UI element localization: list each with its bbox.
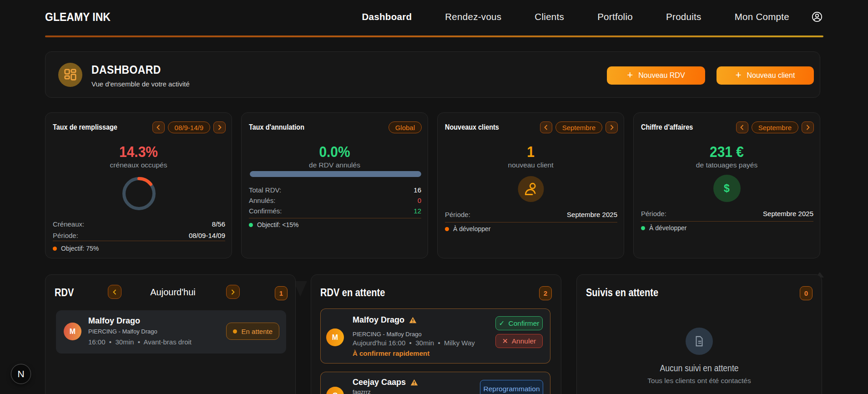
status-badge: En attente [226,323,279,340]
empty-state-subtitle: Tous les clients ont été contactés [577,377,822,385]
rdv-subtitle: PIERCING - Malfoy Drago [353,331,422,338]
fill-rate-card: Taux de remplissage 08/9-14/9 14.3% crén… [45,112,232,258]
rdv-subtitle: fagzrrz [353,389,371,394]
chevron-left-icon [156,125,161,130]
objective-dot [249,223,253,227]
rdv-list-item[interactable]: M Malfoy Drago PIERCING - Malfoy Drago 1… [56,310,286,354]
nav-underline-accent [45,35,823,37]
pending-rdv-card: RDV en attente 2 M Malfoy Drago PIERCING… [311,274,561,394]
chevron-right-icon [231,289,235,295]
rdv-card: RDV Aujourd'hui 1 M Malfoy Drago PIERCIN… [45,274,296,394]
new-clients-value: 1 [449,143,613,160]
chevron-right-icon [806,125,810,130]
nav-item-produits[interactable]: Produits [666,11,701,22]
chevron-left-icon [112,289,117,295]
pending-list-item[interactable]: C Ceejay Caaps fagzrrz Reprogrammation [320,372,550,394]
top-navigation: GLEAMY INK Dashboard Rendez-vous Clients… [0,0,868,38]
revenue-value: 231 € [645,143,809,160]
plus-icon: + [736,70,742,80]
fill-rate-donut [121,176,157,212]
nav-item-clients[interactable]: Clients [535,11,564,22]
nav-links: Dashboard Rendez-vous Clients Portfolio … [362,0,789,34]
page-subtitle: Vue d'ensemble de votre activité [91,80,190,88]
stat-row: Période:Septembre 2025 [445,208,617,221]
next-month-button[interactable] [802,121,814,133]
card-title: Chiffre d'affaires [641,123,693,132]
rdv-meta: Aujourd'hui 16:00 • 30min • Milky Way [353,339,475,347]
warning-icon [409,317,417,323]
prev-period-button[interactable] [152,121,165,133]
dollar-icon: $ [713,175,741,202]
stat-row: Total RDV:16 [249,185,421,195]
new-clients-card: Nouveaux clients Septembre 1 nouveau cli… [437,112,624,258]
chevron-right-icon [217,125,222,130]
fill-rate-subtitle: créneaux occupés [45,161,232,169]
rdv-subtitle: PIERCING - Malfoy Drago [88,328,157,335]
card-title: Taux de remplissage [53,123,117,132]
objective-row: À développer [445,225,491,232]
cancel-button[interactable]: ✕ Annuler [495,334,543,348]
avatar: C [326,387,344,394]
account-icon[interactable] [811,11,823,23]
followups-count-badge: 0 [800,286,812,300]
nextjs-floating-button[interactable]: N [11,364,31,384]
revenue-subtitle: de tatouages payés [634,161,820,169]
new-client-button[interactable]: + Nouveau client [717,66,814,85]
objective-dot [445,227,449,231]
nav-item-rendez-vous[interactable]: Rendez-vous [445,11,501,22]
next-period-button[interactable] [213,121,226,133]
chevron-left-icon [740,125,744,130]
dashboard-header-card: DASHBOARD Vue d'ensemble de votre activi… [45,51,820,98]
stat-row: Période:Septembre 2025 [641,207,813,220]
stat-row: Confirmés:12 [249,206,421,216]
objective-dot [641,226,645,230]
period-pill[interactable]: 08/9-14/9 [168,121,210,133]
objective-row: Objectif: <15% [249,221,298,228]
check-icon: ✓ [499,319,505,328]
pending-list-item[interactable]: M Malfoy Drago PIERCING - Malfoy Drago A… [320,308,550,364]
client-name: Malfoy Drago [353,315,417,325]
client-name: Ceejay Caaps [353,378,418,387]
next-day-button[interactable] [226,285,240,299]
card-title: Taux d'annulation [249,123,304,132]
cancellation-progress [250,171,421,177]
fill-rate-value: 14.3% [57,143,221,160]
x-icon: ✕ [502,337,508,345]
month-pill[interactable]: Septembre [752,121,798,133]
pending-card-title: RDV en attente [320,287,385,299]
followups-card: Suivis en attente 0 Aucun suivi en atten… [576,274,822,394]
rdv-meta: 16:00 • 30min • Avant-bras droit [88,338,192,346]
brand-logo[interactable]: GLEAMY INK [45,10,111,24]
status-dot [233,329,237,333]
urgency-note: À confirmer rapidement [353,349,429,357]
prev-month-button[interactable] [736,121,748,133]
rdv-card-title: RDV [55,287,74,299]
objective-row: Objectif: 75% [53,245,99,252]
objective-row: À développer [641,224,687,232]
confirm-button[interactable]: ✓ Confirmer [495,316,543,330]
followups-card-title: Suivis en attente [586,287,658,299]
nav-item-portfolio[interactable]: Portfolio [597,11,633,22]
cancellation-rate-card: Taux d'annulation Global 0.0% de RDV ann… [241,112,428,258]
stat-row: Période:08/09-14/09 [53,230,225,241]
plus-icon: + [627,70,633,80]
new-clients-subtitle: nouveau client [438,161,624,169]
objective-dot [53,247,57,251]
cancellation-progress-fill [250,171,421,177]
next-month-button[interactable] [606,121,618,133]
nav-item-dashboard[interactable]: Dashboard [362,11,412,22]
cancellation-value: 0.0% [253,143,417,160]
new-rdv-button[interactable]: + Nouveau RDV [607,66,705,85]
prev-month-button[interactable] [540,121,552,133]
chevron-right-icon [610,125,614,130]
month-pill[interactable]: Septembre [555,121,602,133]
person-icon [518,176,544,202]
stat-row: Créneaux:8/56 [53,218,225,230]
cancellation-subtitle: de RDV annulés [242,161,428,169]
avatar: M [326,328,344,346]
nav-item-mon-compte[interactable]: Mon Compte [735,11,789,22]
global-badge[interactable]: Global [389,121,422,133]
prev-day-button[interactable] [108,285,121,299]
reschedule-button[interactable]: Reprogrammation [480,380,543,394]
dashboard-grid-icon [58,63,82,87]
